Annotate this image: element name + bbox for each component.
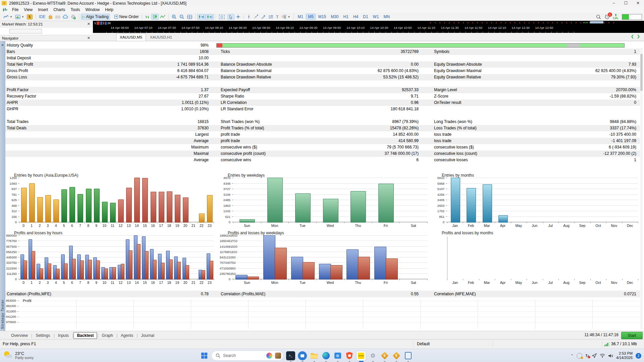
tester-tab-backtest[interactable]: Backtest xyxy=(73,332,97,339)
crosshair-button[interactable] xyxy=(234,14,242,20)
taskbar-edge-icon[interactable] xyxy=(321,351,330,360)
taskbar-store-icon[interactable]: ⊞ xyxy=(333,351,342,360)
tester-tab-settings[interactable]: Settings xyxy=(33,333,53,339)
timeframe-m30[interactable]: M30 xyxy=(329,14,340,20)
taskbar-explorer-icon[interactable] xyxy=(310,351,319,360)
algo-trading-button[interactable]: ▷ Algo Trading xyxy=(81,14,110,20)
x-category-label: Jan xyxy=(447,224,463,228)
x-category-label: 11 xyxy=(108,224,116,228)
lvl-indicator[interactable]: ⬆ LVL xyxy=(613,14,619,20)
taskbar-exness-icon-active[interactable]: exness xyxy=(357,351,366,360)
line-chart-mode-button[interactable] xyxy=(159,14,167,19)
x-tick-mark xyxy=(447,279,447,280)
taskbar-tools-icon[interactable]: ⚙ xyxy=(368,351,377,360)
vertical-line-button[interactable] xyxy=(246,14,252,20)
tray-notification-badge[interactable]: 2 xyxy=(636,353,641,359)
menu-item-help[interactable]: Help xyxy=(102,7,116,13)
maximize-button[interactable]: ☐ xyxy=(620,0,632,7)
taskbar-search[interactable]: Search xyxy=(211,351,283,361)
menu-item-view[interactable]: View xyxy=(21,7,35,13)
new-order-button[interactable]: New Order xyxy=(113,14,140,20)
close-button[interactable]: ✕ xyxy=(632,0,644,7)
timeframe-h1[interactable]: H1 xyxy=(341,14,351,20)
menu-item-window[interactable]: Window xyxy=(83,7,103,13)
tray-volume-icon[interactable] xyxy=(608,354,613,358)
tray-location-icon[interactable] xyxy=(592,353,597,358)
status-profile[interactable]: Default xyxy=(417,342,430,346)
web-terminal-button[interactable] xyxy=(69,14,77,20)
chart-window-button[interactable]: ▼ xyxy=(2,14,14,19)
timeframe-m1[interactable]: M1 xyxy=(296,14,306,20)
timeframe-d1[interactable]: D1 xyxy=(361,14,370,20)
zoom-in-button[interactable] xyxy=(170,14,178,20)
chart-shift-button[interactable] xyxy=(206,14,214,20)
tray-wifi-icon[interactable] xyxy=(600,354,605,358)
market-watch-close-icon[interactable]: ✕ xyxy=(87,22,90,26)
deposit-button[interactable]: $ xyxy=(25,14,34,20)
horizontal-levels-button[interactable] xyxy=(267,14,275,19)
shapes-button[interactable]: ▼ xyxy=(280,14,292,20)
trendline-button[interactable] xyxy=(252,14,260,20)
tray-update-alert-icon[interactable]: ↻ xyxy=(585,353,589,358)
tester-tab-inputs[interactable]: Inputs xyxy=(55,333,72,339)
timeframe-mn[interactable]: MN xyxy=(382,14,392,20)
x-category-label: 2 xyxy=(36,224,44,228)
tester-scrollbar[interactable] xyxy=(640,48,643,329)
cursor-button[interactable] xyxy=(227,14,234,20)
timeframe-h4[interactable]: H4 xyxy=(351,14,360,20)
chart-tab-xauusd-m5[interactable]: XAUUSD,M5 xyxy=(116,34,146,41)
title-bar: ≡ 298912523 - Exness-MT5Trial9: Demo Acc… xyxy=(0,0,644,7)
start-button-windows[interactable] xyxy=(200,351,209,360)
text-tool-button[interactable]: T xyxy=(275,13,280,20)
tester-tab-agents[interactable]: Agents xyxy=(118,333,136,339)
chart-title: Profits and losses by months xyxy=(442,231,493,235)
auto-scroll-button[interactable] xyxy=(197,14,206,20)
signals-button[interactable]: ((o)) xyxy=(54,14,61,19)
start-button[interactable]: Start xyxy=(621,332,643,339)
chart-tab-xauusd-h1[interactable]: XAUUSD,H1 xyxy=(147,34,175,41)
search-icon[interactable] xyxy=(596,14,601,19)
taskbar-mt5-icon-1[interactable]: 5 xyxy=(380,351,389,360)
taskbar-terminal-icon[interactable]: >_ xyxy=(286,351,295,360)
x-tick-mark xyxy=(36,279,36,280)
menu-item-insert[interactable]: Insert xyxy=(35,7,51,13)
tester-tab-overview[interactable]: Overview xyxy=(8,333,31,339)
cloud-button[interactable] xyxy=(61,14,69,19)
chart-bar-losses xyxy=(137,244,141,280)
bars-chart-button[interactable] xyxy=(144,14,151,20)
weather-widget[interactable]: 23°C Partly sunny xyxy=(3,351,34,360)
tester-tab-graph[interactable]: Graph xyxy=(99,333,116,339)
taskbar-brave-icon[interactable] xyxy=(345,351,354,360)
menu-item-file[interactable]: File xyxy=(9,7,21,13)
navigator-close-icon[interactable]: ✕ xyxy=(87,36,90,40)
scrollbar-thumb[interactable] xyxy=(640,54,643,91)
tray-sync-alert-icon[interactable] xyxy=(577,353,582,359)
market-button[interactable] xyxy=(47,14,54,20)
timeframe-w1[interactable]: W1 xyxy=(371,14,381,20)
menu-item-charts[interactable]: Charts xyxy=(51,7,68,13)
chart-profile-button[interactable]: ▼ xyxy=(14,14,25,20)
close-tester-icon[interactable]: ✕ xyxy=(1,43,4,47)
market-watch-scroll-fragment[interactable] xyxy=(9,29,42,34)
notifications-button[interactable]: 1 xyxy=(604,14,610,19)
tab-scroll-left-icon[interactable]: ❮ xyxy=(631,34,634,39)
menu-item-tools[interactable]: Tools xyxy=(68,7,83,13)
channel-button[interactable] xyxy=(260,14,267,20)
tile-windows-button[interactable] xyxy=(186,14,194,20)
ide-button[interactable]: IDE xyxy=(38,14,47,20)
zoom-out-button[interactable] xyxy=(178,14,186,20)
market-watch-header[interactable]: Market Watch: 12:53:21 ✕ xyxy=(0,21,93,28)
screenshot-button[interactable] xyxy=(218,14,226,20)
tab-scroll-right-icon[interactable]: ❯ xyxy=(637,34,640,39)
taskbar-chat-icon[interactable] xyxy=(298,351,307,360)
candles-chart-button[interactable] xyxy=(151,14,159,20)
taskbar-mt5-icon-2[interactable]: 5 xyxy=(392,351,401,360)
timeframe-m5[interactable]: M5 xyxy=(306,14,316,20)
taskbar-chip-icon[interactable] xyxy=(404,351,413,360)
tray-clock[interactable]: 2:53 PM 4/14/2026 xyxy=(616,351,633,360)
timeframe-m15[interactable]: M15 xyxy=(316,14,328,20)
search-thumbnail-icon xyxy=(275,353,281,359)
tray-chevron-up-icon[interactable]: ⌃ xyxy=(571,354,574,358)
tester-tab-journal[interactable]: Journal xyxy=(138,333,157,339)
minimize-button[interactable]: – xyxy=(608,0,620,7)
